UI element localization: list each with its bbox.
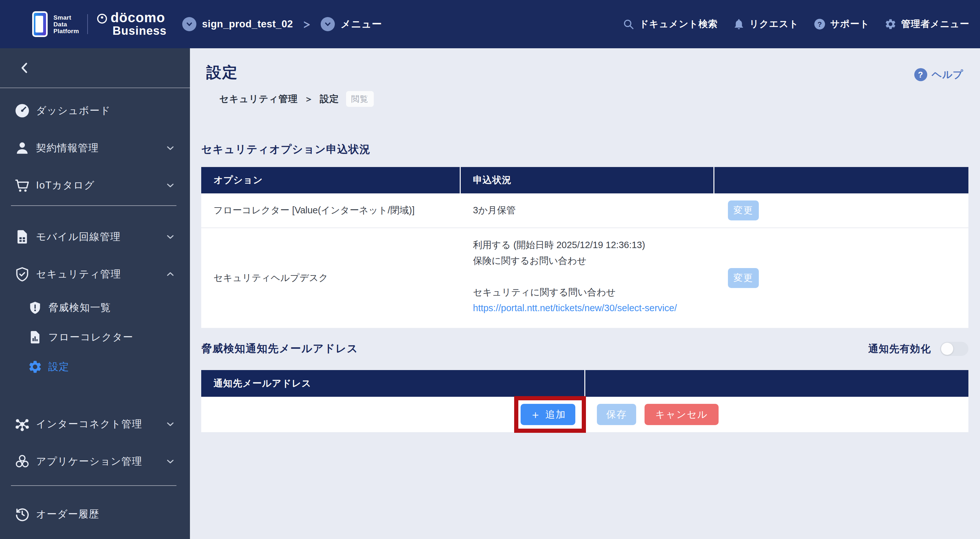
business-wordmark: Business xyxy=(112,24,167,37)
sidebar-item-dashboard[interactable]: ダッシュボード xyxy=(0,92,190,129)
save-button[interactable]: 保存 xyxy=(597,404,636,425)
table-row: フローコレクター [Value(インターネット/閉域)] 3か月保管 変更 xyxy=(201,193,969,227)
menu-label: メニュー xyxy=(340,17,382,31)
sidebar-item-flow-collector[interactable]: フローコレクター xyxy=(0,323,190,352)
header-actions: ドキュメント検索 リクエスト ? サポート 管理者メニュー xyxy=(622,18,969,30)
option-name: セキュリティヘルプデスク xyxy=(201,228,461,328)
breadcrumb-separator: ＞ xyxy=(304,93,313,105)
view-mode-badge: 閲覧 xyxy=(346,91,374,107)
column-header-status: 申込状況 xyxy=(461,167,714,193)
column-header-option: オプション xyxy=(201,167,461,193)
chevron-down-circle-icon xyxy=(182,17,196,31)
smart-data-platform-logo-text: Smart Data Platform xyxy=(53,14,79,35)
section-header-notification-email: 脅威検知通知先メールアドレス 通知先有効化 xyxy=(201,342,969,356)
workspace-name: sign_prod_test_02 xyxy=(202,18,293,30)
toggle-label: 通知先有効化 xyxy=(868,342,931,356)
sidebar-divider xyxy=(11,485,177,486)
breadcrumb: セキュリティ管理 ＞ 設定 閲覧 xyxy=(219,91,980,107)
chevron-down-icon xyxy=(165,180,176,191)
question-circle-icon: ? xyxy=(813,18,826,30)
notification-email-table: 通知先メールアドレス ＋ 追加 保存 キャンセル xyxy=(201,370,969,432)
request-button[interactable]: リクエスト xyxy=(733,18,799,30)
docomo-logo-icon xyxy=(96,13,108,24)
admin-menu-button[interactable]: 管理者メニュー xyxy=(885,18,969,30)
change-button[interactable]: 変更 xyxy=(728,200,759,220)
app: Smart Data Platform döcomo Business si xyxy=(0,0,980,539)
breadcrumb-security-management[interactable]: セキュリティ管理 xyxy=(219,93,298,105)
brand-logo: Smart Data Platform döcomo Business xyxy=(32,11,167,37)
table-header-row: 通知先メールアドレス xyxy=(201,370,969,397)
sim-card-icon xyxy=(14,229,30,245)
question-circle-icon: ? xyxy=(914,68,928,82)
toggle-knob xyxy=(941,343,953,355)
chevron-left-icon xyxy=(18,60,32,75)
sidebar-item-order-history[interactable]: オーダー履歴 xyxy=(0,496,190,533)
svg-text:?: ? xyxy=(918,70,924,79)
status-line: 保険に関するお問い合わせ xyxy=(473,253,714,269)
workspace-selector[interactable]: sign_prod_test_02 xyxy=(182,17,293,31)
workspace-separator: ＞ xyxy=(301,15,312,33)
sidebar-item-mobile-line-management[interactable]: モバイル回線管理 xyxy=(0,218,190,256)
page-title: 設定 xyxy=(206,62,980,83)
person-icon xyxy=(14,140,30,156)
sidebar: ダッシュボード 契約情報管理 IoTカタログ xyxy=(0,48,190,539)
shield-exclamation-icon xyxy=(28,300,43,315)
status-line: セキュリティに関する問い合わせ xyxy=(473,285,714,300)
support-button[interactable]: ? サポート xyxy=(813,18,870,30)
sidebar-nav: ダッシュボード 契約情報管理 IoTカタログ xyxy=(0,88,190,533)
network-hub-icon xyxy=(14,416,30,432)
plus-icon: ＋ xyxy=(530,409,541,420)
help-link[interactable]: ? ヘルプ xyxy=(914,68,963,82)
notification-email-table-wrap: 通知先メールアドレス ＋ 追加 保存 キャンセル xyxy=(201,370,969,432)
menu-selector[interactable]: メニュー xyxy=(321,17,382,31)
security-options-table: オプション 申込状況 フローコレクター [Value(インターネット/閉域)] … xyxy=(201,167,969,328)
chevron-up-icon xyxy=(165,269,176,280)
sidebar-item-threat-detection-list[interactable]: 脅威検知一覧 xyxy=(0,293,190,323)
gear-icon xyxy=(885,18,897,30)
chevron-down-icon xyxy=(165,231,176,242)
change-button[interactable]: 変更 xyxy=(728,268,759,288)
svg-text:?: ? xyxy=(818,20,822,28)
notification-enable-toggle[interactable] xyxy=(940,342,969,356)
table-header-row: オプション 申込状況 xyxy=(201,167,969,193)
section-title-security-options: セキュリティオプション申込状況 xyxy=(201,142,980,157)
add-button[interactable]: ＋ 追加 xyxy=(520,404,575,425)
cart-icon xyxy=(14,177,30,193)
chevron-down-circle-icon xyxy=(321,17,335,31)
docomo-business-logo: döcomo Business xyxy=(96,11,167,37)
gear-icon xyxy=(28,359,43,374)
shield-check-icon xyxy=(14,266,30,282)
breadcrumb-settings: 設定 xyxy=(320,93,339,105)
brand-divider xyxy=(87,14,88,34)
sidebar-item-iot-catalog[interactable]: IoTカタログ xyxy=(0,167,190,204)
chevron-down-icon xyxy=(165,143,176,154)
main-content: ? ヘルプ 設定 セキュリティ管理 ＞ 設定 閲覧 セキュリティオプション申込状… xyxy=(190,48,980,539)
status-line: 利用する (開始日時 2025/12/19 12:36:13) xyxy=(473,237,714,253)
table-row: セキュリティヘルプデスク 利用する (開始日時 2025/12/19 12:36… xyxy=(201,227,969,328)
sidebar-divider xyxy=(11,205,177,206)
app-cluster-icon xyxy=(14,453,30,469)
sidebar-item-application-management[interactable]: アプリケーション管理 xyxy=(0,443,190,480)
option-status: 利用する (開始日時 2025/12/19 12:36:13) 保険に関するお問… xyxy=(461,228,714,328)
sidebar-item-interconnect-management[interactable]: インターコネクト管理 xyxy=(0,405,190,443)
top-header: Smart Data Platform döcomo Business si xyxy=(0,0,980,48)
sidebar-item-contract-management[interactable]: 契約情報管理 xyxy=(0,129,190,167)
table-row: ＋ 追加 保存 キャンセル xyxy=(201,397,969,432)
sidebar-collapse-button[interactable] xyxy=(0,48,190,88)
document-search-button[interactable]: ドキュメント検索 xyxy=(622,18,718,30)
gauge-icon xyxy=(14,103,30,119)
cancel-button[interactable]: キャンセル xyxy=(644,404,719,425)
sidebar-item-settings[interactable]: 設定 xyxy=(0,352,190,382)
ticket-portal-link[interactable]: https://portal.ntt.net/tickets/new/30/se… xyxy=(473,300,714,316)
history-icon xyxy=(14,506,30,522)
column-header-email: 通知先メールアドレス xyxy=(201,370,585,397)
option-status: 3か月保管 xyxy=(461,193,714,227)
sidebar-item-security-management[interactable]: セキュリティ管理 xyxy=(0,256,190,293)
bell-icon xyxy=(733,18,745,30)
section-title-notification-email: 脅威検知通知先メールアドレス xyxy=(201,342,358,356)
docomo-wordmark: döcomo xyxy=(110,11,167,24)
document-chart-icon xyxy=(28,330,43,345)
chevron-down-icon xyxy=(165,456,176,467)
search-icon xyxy=(622,18,635,30)
status-line xyxy=(473,269,714,285)
